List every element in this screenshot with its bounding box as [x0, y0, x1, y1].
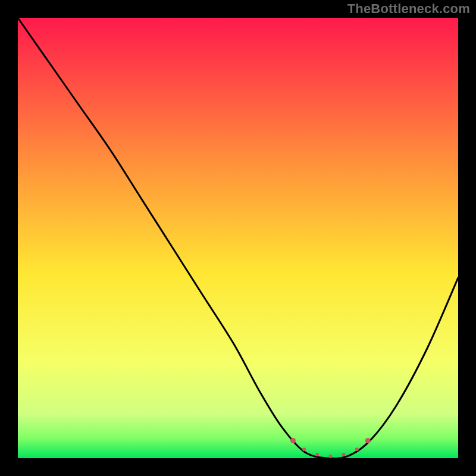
- gradient-background: [18, 18, 458, 458]
- svg-point-3: [328, 455, 332, 458]
- svg-point-4: [342, 453, 346, 456]
- svg-point-6: [365, 438, 371, 443]
- svg-point-1: [302, 447, 306, 451]
- bottleneck-chart: [0, 0, 476, 476]
- chart-container: TheBottleneck.com: [0, 0, 476, 476]
- svg-point-2: [315, 453, 319, 456]
- watermark-text: TheBottleneck.com: [347, 1, 470, 17]
- svg-point-0: [290, 438, 296, 443]
- svg-point-5: [355, 447, 359, 451]
